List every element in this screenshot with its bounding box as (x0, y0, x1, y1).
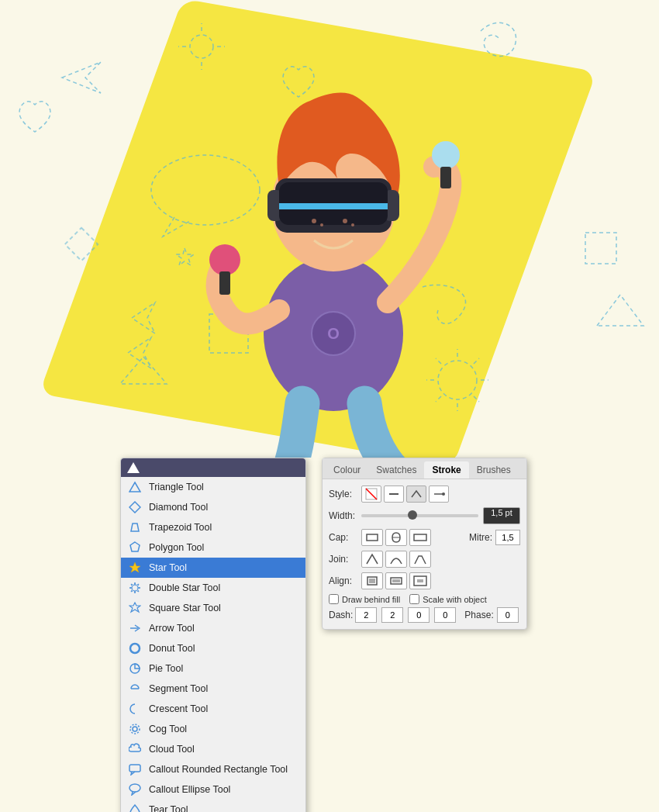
svg-marker-36 (129, 502, 140, 513)
tab-stroke[interactable]: Stroke (424, 461, 468, 479)
draw-behind-fill-checkbox[interactable] (329, 594, 339, 604)
tool-item-square-star-tool[interactable]: Square Star Tool (121, 598, 305, 618)
svg-rect-28 (440, 167, 451, 188)
callout-rounded-rectangle-tool-icon (127, 762, 143, 777)
tool-item-star-tool[interactable]: Star Tool (121, 558, 305, 578)
join-bevel-btn[interactable] (409, 551, 431, 568)
join-label: Join: (329, 554, 361, 565)
tool-item-crescent-tool[interactable]: Crescent Tool (121, 699, 305, 719)
tool-item-callout-rounded-rectangle-tool[interactable]: Callout Rounded Rectangle Tool (121, 759, 305, 779)
svg-point-9 (438, 361, 477, 399)
pie-tool-label: Pie Tool (149, 663, 183, 674)
cap-label: Cap: (329, 532, 361, 543)
tool-item-diamond-tool[interactable]: Diamond Tool (121, 497, 305, 517)
donut-tool-icon (127, 641, 143, 656)
svg-point-54 (442, 492, 445, 496)
svg-line-17 (436, 396, 441, 402)
tab-colour[interactable]: Colour (326, 461, 368, 479)
style-row: Style: (329, 485, 520, 503)
cap-row: Cap: Mitre: 1,5 (329, 529, 520, 546)
tool-item-tear-tool[interactable]: Tear Tool (121, 800, 305, 812)
phase-label: Phase: (464, 610, 493, 620)
slider-thumb[interactable] (408, 510, 417, 520)
style-end-btn[interactable] (429, 485, 449, 503)
mitre-input[interactable]: 1,5 (495, 530, 520, 545)
tool-item-polygon-tool[interactable]: Polygon Tool (121, 537, 305, 558)
double-star-tool-label: Double Star Tool (149, 582, 220, 593)
tool-item-double-star-tool[interactable]: Double Star Tool (121, 578, 305, 598)
svg-line-16 (474, 358, 479, 364)
triangle-tool-label: Triangle Tool (149, 482, 204, 492)
tab-brushes[interactable]: Brushes (469, 461, 519, 479)
svg-rect-57 (414, 534, 426, 541)
join-miter-btn[interactable] (361, 551, 383, 568)
triangle-tool-icon (127, 479, 143, 495)
callout-ellipse-tool-icon (127, 782, 143, 797)
dash-input-2[interactable] (381, 607, 403, 623)
tool-panel: Triangle ToolDiamond ToolTrapezoid ToolP… (120, 458, 306, 812)
stroke-panel: Colour Swatches Stroke Brushes Style: (322, 458, 527, 630)
tool-item-cloud-tool[interactable]: Cloud Tool (121, 739, 305, 759)
tool-item-trapezoid-tool[interactable]: Trapezoid Tool (121, 517, 305, 537)
tear-tool-icon (127, 802, 143, 812)
scale-with-object-label[interactable]: Scale with object (409, 594, 487, 604)
width-slider[interactable] (361, 514, 478, 517)
star-tool-icon (127, 560, 143, 575)
tool-item-donut-tool[interactable]: Donut Tool (121, 638, 305, 658)
style-solid-btn[interactable] (384, 485, 404, 503)
stroke-content: Style: Width: (323, 479, 526, 629)
callout-rounded-rectangle-tool-label: Callout Rounded Rectangle Tool (149, 764, 288, 775)
mitre-label: Mitre: (469, 532, 492, 543)
join-round-btn[interactable] (385, 551, 407, 568)
svg-rect-26 (219, 271, 230, 295)
tool-item-cog-tool[interactable]: Cog Tool (121, 719, 305, 739)
draw-behind-fill-label[interactable]: Draw behind fill (329, 594, 400, 604)
segment-tool-label: Segment Tool (149, 683, 208, 694)
svg-marker-40 (129, 582, 140, 593)
polygon-tool-label: Polygon Tool (149, 542, 204, 553)
diamond-tool-label: Diamond Tool (149, 502, 208, 513)
svg-line-15 (474, 396, 479, 402)
donut-tool-label: Donut Tool (149, 643, 195, 654)
stroke-tabs: Colour Swatches Stroke Brushes (323, 458, 526, 479)
tool-item-arrow-tool[interactable]: Arrow Tool (121, 618, 305, 638)
align-outer-btn[interactable] (409, 572, 431, 589)
tool-item-pie-tool[interactable]: Pie Tool (121, 658, 305, 679)
tab-swatches[interactable]: Swatches (368, 461, 424, 479)
cap-butt-btn[interactable] (361, 529, 383, 546)
dash-row: Dash: Phase: (329, 607, 520, 623)
svg-rect-59 (369, 579, 375, 583)
align-buttons (361, 572, 431, 589)
scale-with-object-checkbox[interactable] (409, 594, 419, 604)
pie-tool-icon (127, 661, 143, 676)
crescent-tool-label: Crescent Tool (149, 703, 208, 714)
tool-item-segment-tool[interactable]: Segment Tool (121, 679, 305, 699)
tool-item-triangle-tool[interactable]: Triangle Tool (121, 477, 305, 497)
dash-input-4[interactable] (434, 607, 456, 623)
cap-round-btn[interactable] (385, 529, 407, 546)
align-center-btn[interactable] (385, 572, 407, 589)
style-corner-btn[interactable] (406, 485, 426, 503)
cap-square-btn[interactable] (409, 529, 431, 546)
align-inner-btn[interactable] (361, 572, 383, 589)
svg-point-47 (130, 724, 140, 734)
illustration: O (0, 0, 659, 458)
segment-tool-icon (127, 681, 143, 696)
svg-point-33 (343, 219, 347, 223)
width-input[interactable]: 1,5 pt (483, 507, 520, 524)
svg-point-1 (190, 35, 213, 58)
dash-input-1[interactable] (355, 607, 377, 623)
dash-input-3[interactable] (408, 607, 430, 623)
style-none-btn[interactable] (361, 485, 381, 503)
tool-item-callout-ellipse-tool[interactable]: Callout Ellipse Tool (121, 779, 305, 800)
width-row: Width: 1,5 pt (329, 507, 520, 524)
cloud-tool-icon (127, 741, 143, 757)
svg-point-34 (351, 223, 354, 226)
cog-tool-icon (127, 721, 143, 737)
callout-ellipse-tool-label: Callout Ellipse Tool (149, 784, 230, 795)
header-triangle-icon (127, 462, 140, 473)
draw-behind-fill-text: Draw behind fill (342, 595, 400, 604)
svg-rect-7 (585, 233, 616, 264)
tool-list: Triangle ToolDiamond ToolTrapezoid ToolP… (121, 477, 305, 812)
phase-input[interactable] (497, 607, 519, 623)
